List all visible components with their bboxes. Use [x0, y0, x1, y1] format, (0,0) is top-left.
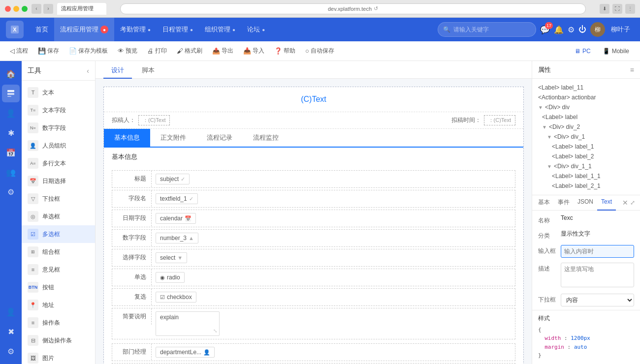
tool-item-button[interactable]: BTN 按钮	[22, 278, 95, 296]
sidebar-person-icon[interactable]: 👤	[2, 104, 20, 122]
prop-desc-textarea[interactable]	[561, 263, 634, 287]
prop-desc-field[interactable]	[561, 263, 634, 289]
sidebar-settings-icon[interactable]: ⚙	[2, 342, 20, 360]
props-close-button[interactable]: ✕	[622, 199, 628, 207]
nav-process[interactable]: 流程应用管理 ●	[54, 18, 114, 41]
tree-item-div[interactable]: ▼ <Div> div	[532, 102, 640, 112]
back-button[interactable]: ‹	[32, 4, 41, 14]
props-tab-event[interactable]: 事件	[554, 195, 574, 211]
tree-item-div11[interactable]: ▼ <Div> div_1_1	[532, 161, 640, 171]
address-bar[interactable]: dev.xplatform.tech ↺	[120, 3, 586, 14]
tool-item-text-field[interactable]: T= 文本字段	[22, 101, 95, 119]
tool-item-person-org[interactable]: 👤 人员组织	[22, 137, 95, 154]
tool-item-opinion[interactable]: ≡ 意见框	[22, 261, 95, 278]
tool-item-image[interactable]: 🖼 图片	[22, 349, 95, 364]
sidebar-process-icon[interactable]	[2, 85, 20, 102]
tool-item-address[interactable]: 📍 地址	[22, 296, 95, 314]
tool-item-side-action[interactable]: ⊟ 侧边操作条	[22, 332, 95, 349]
maximize-dot[interactable]	[22, 6, 28, 12]
props-tab-basic[interactable]: 基本	[534, 195, 554, 211]
sidebar-calendar-icon[interactable]: 📅	[2, 144, 20, 161]
tree-item-label2[interactable]: <Label> label_2	[532, 152, 640, 161]
tool-item-checkbox[interactable]: ☑ 多选框	[22, 225, 95, 243]
tree-item-actionbar[interactable]: <Actionbar> actionbar	[532, 92, 640, 102]
title-input[interactable]: subject ✓	[156, 174, 190, 184]
sidebar-user-icon[interactable]: 👤	[2, 303, 20, 321]
tree-item-label11[interactable]: <Label> label_11	[532, 83, 640, 92]
nav-home[interactable]: 首页	[30, 18, 54, 41]
nav-forum[interactable]: 论坛 ●	[241, 18, 271, 41]
props-tab-text[interactable]: Text	[597, 195, 616, 211]
sidebar-home-icon[interactable]: 🏠	[2, 65, 20, 83]
tool-item-number-field[interactable]: N= 数字字段	[22, 119, 95, 137]
nav-attendance[interactable]: 考勤管理 ●	[114, 18, 157, 41]
tool-item-text[interactable]: T 文本	[22, 84, 95, 101]
toolbar-format[interactable]: 🖌 格式刷	[173, 45, 206, 57]
tab-script[interactable]: 脚本	[134, 63, 162, 79]
prop-input-box[interactable]	[561, 245, 634, 258]
number-input[interactable]: number_3 ▲	[156, 233, 198, 243]
prop-dropdown1-select[interactable]: 内容	[561, 294, 634, 306]
toolbar-import[interactable]: 📥 导入	[239, 45, 268, 57]
sidebar-close-icon[interactable]: ✖	[2, 323, 20, 340]
settings-icon[interactable]: ⚙	[568, 25, 575, 34]
download-icon[interactable]: ⬇	[600, 4, 609, 14]
checkbox-input[interactable]: ☑ checkbox	[156, 292, 196, 303]
form-tab-attachment[interactable]: 正文附件	[150, 129, 196, 147]
header-search[interactable]: 🔍 请输入关键字	[438, 22, 536, 37]
device-mobile-button[interactable]: 📱 Mobile	[598, 46, 634, 56]
tab-design[interactable]: 设计	[103, 63, 132, 79]
tool-item-date[interactable]: 📅 日期选择	[22, 172, 95, 190]
field-content-dept-mgr[interactable]: departmentLe... 👤	[152, 344, 515, 361]
toolbar-print[interactable]: 🖨 打印	[143, 45, 171, 57]
nav-schedule[interactable]: 日程管理 ●	[157, 18, 199, 41]
tree-item-div1[interactable]: ▼ <Div> div_1	[532, 132, 640, 142]
field-content-date[interactable]: calendar 📅	[152, 210, 515, 227]
user-avatar[interactable]: 柳	[590, 22, 605, 37]
desc-textarea[interactable]: explain ⤡	[156, 311, 220, 336]
form-tab-record[interactable]: 流程记录	[196, 129, 243, 147]
prop-dropdown1-value[interactable]: 内容	[561, 294, 634, 306]
field-content-checkbox[interactable]: ☑ checkbox	[152, 289, 515, 305]
tool-item-group[interactable]: ⊞ 组合框	[22, 243, 95, 261]
tree-item-label11-sub[interactable]: <Label> label_1_1	[532, 171, 640, 181]
properties-menu-icon[interactable]: ≡	[630, 66, 634, 74]
form-tab-monitor[interactable]: 流程监控	[243, 129, 289, 147]
toolbar-save-template[interactable]: 📄 保存为模板	[65, 45, 112, 57]
prop-input-field[interactable]	[561, 245, 634, 258]
field-content-title[interactable]: subject ✓	[152, 171, 515, 187]
sidebar-gear-icon[interactable]: ⚙	[2, 183, 20, 201]
tree-item-label[interactable]: <Label> label	[532, 112, 640, 122]
props-expand-button[interactable]: ⤢	[630, 199, 635, 206]
toolbar-preview[interactable]: 👁 预览	[114, 45, 141, 57]
toolbar-flow[interactable]: ◁ 流程	[6, 45, 32, 57]
tree-item-label21[interactable]: <Label> label_2_1	[532, 181, 640, 191]
tool-collapse-button[interactable]: ‹	[87, 67, 89, 75]
toolbar-save[interactable]: 💾 保存	[34, 45, 63, 57]
tool-item-action[interactable]: ≡ 操作条	[22, 314, 95, 332]
tree-item-label1[interactable]: <Label> label_1	[532, 142, 640, 152]
form-tab-basic[interactable]: 基本信息	[104, 129, 150, 147]
tool-item-radio[interactable]: ◎ 单选框	[22, 208, 95, 225]
toolbar-autosave[interactable]: ○ 自动保存	[301, 45, 338, 57]
field-content-radio[interactable]: ◉ radio	[152, 269, 515, 286]
sidebar-group-icon[interactable]: 👥	[2, 163, 20, 181]
field-content-select[interactable]: select ▼	[152, 249, 515, 266]
select-input[interactable]: select ▼	[156, 252, 187, 263]
forward-button[interactable]: ›	[43, 4, 53, 14]
props-tab-json[interactable]: JSON	[574, 195, 597, 211]
toolbar-help[interactable]: ❓ 帮助	[270, 45, 299, 57]
close-dot[interactable]	[5, 6, 11, 12]
device-pc-button[interactable]: 🖥 PC	[570, 46, 596, 56]
power-icon[interactable]: ⏻	[578, 25, 586, 34]
nav-org[interactable]: 组织管理 ●	[199, 18, 241, 41]
field-content-number[interactable]: number_3 ▲	[152, 230, 515, 246]
dept-mgr-input[interactable]: departmentLe... 👤	[156, 347, 215, 358]
date-input[interactable]: calendar 📅	[156, 213, 196, 224]
field-content-desc[interactable]: explain ⤡	[152, 308, 515, 339]
fullscreen-icon[interactable]: ⛶	[612, 4, 622, 14]
chat-icon[interactable]: 💬 17	[540, 25, 550, 34]
bell-icon[interactable]: 🔔	[554, 25, 564, 34]
browser-tab[interactable]: 流程应用管理	[57, 3, 106, 15]
field-content-fieldname[interactable]: textfield_1 ✓	[152, 190, 515, 207]
